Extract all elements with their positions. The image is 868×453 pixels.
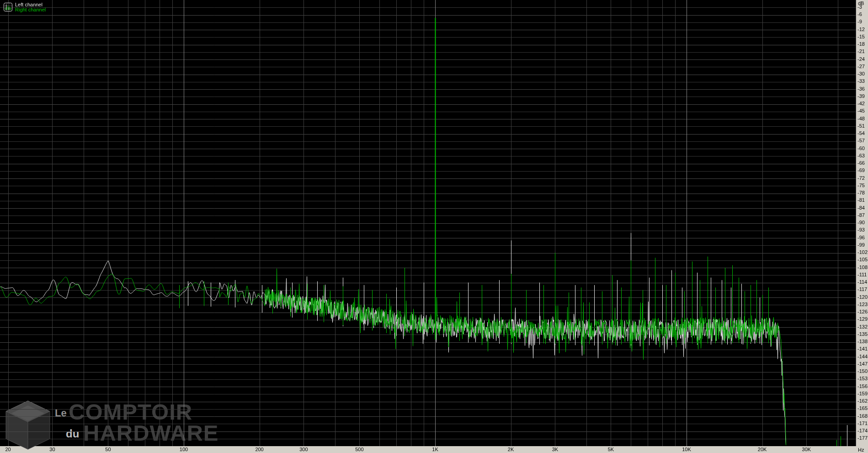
spectrum-analyzer-window: Le COMPTOIR du HARDWARE -3-6-9-12-15-18-…	[0, 0, 868, 453]
spectrum-plot-canvas	[0, 0, 856, 446]
legend-right-channel: Right channel	[15, 7, 46, 12]
y-axis-unit-label: dB	[858, 0, 864, 6]
y-axis-gutter	[856, 0, 868, 446]
x-axis-unit-label: Hz	[858, 447, 864, 453]
mini-spectrum-icon	[4, 3, 12, 11]
